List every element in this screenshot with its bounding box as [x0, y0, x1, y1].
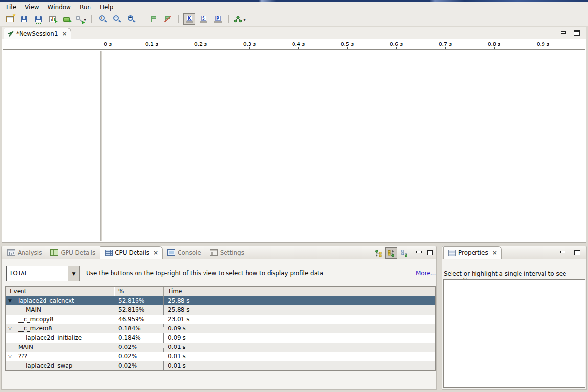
ruler-groove [3, 49, 585, 51]
percent-cell: 0.02% [114, 361, 164, 370]
percent-cell: 0.184% [114, 324, 164, 333]
event-cell: ▽??? [6, 352, 114, 361]
chevron-down-icon: ▼ [72, 271, 76, 276]
maximize-icon[interactable] [574, 30, 580, 36]
maximize-icon[interactable] [574, 250, 580, 255]
menu-run[interactable]: Run [75, 3, 95, 12]
session-close-icon[interactable] [62, 31, 67, 37]
zoom-out-button[interactable]: − [111, 13, 123, 25]
process-coloring-button[interactable]: P [212, 13, 224, 25]
tab-label: Analysis [18, 249, 42, 256]
process-coloring-icon: P [215, 16, 221, 21]
properties-icon [448, 250, 456, 256]
table-row[interactable]: ▽__c_mzero80.184%0.09 s [6, 324, 435, 333]
tab-properties[interactable]: Properties [443, 246, 502, 259]
top-down-tree-button[interactable] [373, 247, 384, 259]
pane-divider[interactable] [100, 51, 102, 241]
table-row[interactable]: MAIN_52.816%25.88 s [6, 305, 435, 315]
profile-application-button[interactable] [46, 13, 58, 25]
event-name: MAIN_ [26, 305, 44, 315]
timeline-area: 0 s0.1 s0.2 s0.3 s0.4 s0.5 s0.6 s0.7 s0.… [2, 39, 586, 242]
scope-combo[interactable]: TOTAL ▼ [6, 266, 80, 281]
tab-analysis[interactable]: Analysis [3, 246, 46, 259]
column-header-event[interactable]: Event [6, 287, 114, 296]
new-session-button[interactable]: ★ [4, 13, 16, 25]
percent-cell: 0.02% [114, 343, 164, 352]
maximize-icon[interactable] [427, 250, 433, 255]
scope-combo-value[interactable]: TOTAL [6, 266, 68, 281]
kernel-coloring-button[interactable]: K [183, 13, 195, 25]
enable-markers-button[interactable] [147, 13, 159, 25]
column-header-time[interactable]: Time [164, 287, 435, 296]
time-cell: 0.01 s [164, 352, 435, 361]
properties-tab-label: Properties [458, 249, 488, 256]
run-arrow-icon [82, 21, 85, 24]
floppy-icon [35, 16, 42, 22]
zoom-source-button[interactable]: ▼ [75, 13, 87, 25]
percent-cell: 46.959% [114, 315, 164, 324]
analyze-button[interactable]: ▼ [234, 13, 246, 25]
save-as-button[interactable] [32, 13, 44, 25]
minimize-icon[interactable] [561, 31, 566, 34]
disable-markers-button[interactable] [161, 13, 173, 25]
stream-coloring-button[interactable]: S [198, 13, 209, 25]
view-mode-buttons [373, 247, 410, 259]
expand-triangle-icon[interactable]: ▽ [8, 352, 12, 361]
column-header-[interactable]: % [114, 287, 164, 296]
close-icon[interactable] [492, 250, 497, 256]
timeline-icon [63, 17, 70, 22]
tab-label: Settings [220, 249, 244, 256]
session-tab-label: *NewSession1 [16, 30, 58, 37]
expand-triangle-icon[interactable]: ▽ [8, 324, 12, 333]
menu-window[interactable]: Window [44, 3, 75, 12]
save-as-icon [35, 16, 42, 22]
flat-view-button[interactable] [398, 247, 410, 259]
tab-settings[interactable]: Settings [205, 246, 249, 259]
minimize-icon[interactable] [416, 251, 422, 253]
table-header: Event%Time [6, 287, 435, 296]
analysis-tree-icon [234, 16, 242, 23]
menu-file[interactable]: File [2, 3, 21, 12]
table-row[interactable]: __c_mcopy846.959%23.01 s [6, 315, 435, 324]
event-cell: MAIN_ [6, 343, 114, 352]
session-icon [7, 31, 14, 37]
ellipsis-dots [36, 23, 42, 24]
table-row[interactable]: MAIN_0.02%0.01 s [6, 343, 435, 352]
time-cell: 23.01 s [164, 315, 435, 324]
percent-cell: 0.184% [114, 333, 164, 343]
zoom-in-button[interactable]: + [97, 13, 109, 25]
save-button[interactable] [18, 13, 30, 25]
combo-dropdown-button[interactable]: ▼ [68, 266, 80, 281]
event-name: laplace2d_calcnext_ [18, 296, 77, 305]
event-cell: laplace2d_initialize_ [6, 333, 114, 343]
session-tab[interactable]: *NewSession1 [4, 28, 71, 39]
top-down-tree-icon [375, 249, 383, 257]
expand-triangle-icon[interactable]: ▼ [8, 296, 12, 305]
menu-bar: FileViewWindowRunHelp [0, 2, 588, 12]
show-timeline-button[interactable] [61, 13, 72, 25]
table-row[interactable]: laplace2d_initialize_0.184%0.09 s [6, 333, 435, 343]
close-icon[interactable] [153, 250, 158, 256]
time-cell: 25.88 s [164, 296, 435, 305]
tab-gpu-details[interactable]: GPU Details [46, 246, 100, 259]
tab-console[interactable]: Console [163, 246, 205, 259]
menu-help[interactable]: Help [95, 3, 117, 12]
cpu-details-view: AnalysisGPU DetailsCPU DetailsConsoleSet… [1, 246, 437, 390]
time-cell: 25.88 s [164, 305, 435, 315]
kernel-coloring-icon: K [187, 16, 192, 21]
tab-cpu-details[interactable]: CPU Details [100, 246, 163, 259]
time-cell: 0.09 s [164, 324, 435, 333]
more-link[interactable]: More... [416, 270, 436, 277]
table-row[interactable]: ▼laplace2d_calcnext_52.816%25.88 s [6, 296, 435, 305]
cpu-events-table: Event%Time▼laplace2d_calcnext_52.816%25.… [5, 286, 436, 371]
bottom-up-tree-button[interactable] [385, 247, 397, 259]
dropdown-caret-icon[interactable]: ▼ [243, 18, 246, 21]
cpu-icon [105, 250, 113, 256]
menu-view[interactable]: View [21, 3, 43, 12]
toolbar-separator [178, 15, 179, 23]
table-row[interactable]: ▽???0.02%0.01 s [6, 352, 435, 361]
table-row[interactable]: laplace2d_swap_0.02%0.01 s [6, 361, 435, 370]
zoom-fit-button[interactable]: ± [125, 13, 137, 25]
minimize-icon[interactable] [560, 251, 565, 253]
time-cell: 0.01 s [164, 343, 435, 352]
